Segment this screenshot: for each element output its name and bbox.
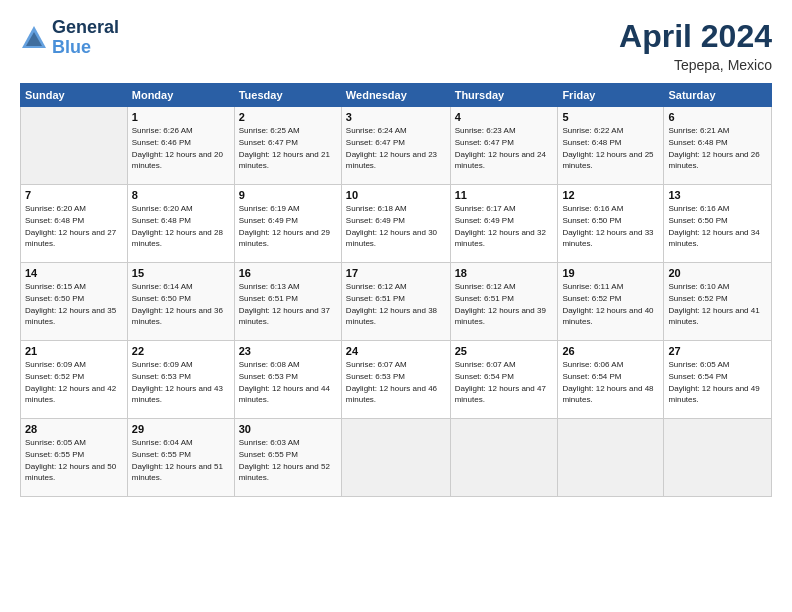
day-number: 10 [346,189,446,201]
logo-text: General Blue [52,18,119,58]
col-thursday: Thursday [450,84,558,107]
day-cell: 1 Sunrise: 6:26 AMSunset: 6:46 PMDayligh… [127,107,234,185]
week-row-5: 28 Sunrise: 6:05 AMSunset: 6:55 PMDaylig… [21,419,772,497]
col-sunday: Sunday [21,84,128,107]
day-cell: 12 Sunrise: 6:16 AMSunset: 6:50 PMDaylig… [558,185,664,263]
day-info: Sunrise: 6:13 AMSunset: 6:51 PMDaylight:… [239,282,330,326]
day-info: Sunrise: 6:12 AMSunset: 6:51 PMDaylight:… [455,282,546,326]
day-number: 26 [562,345,659,357]
day-info: Sunrise: 6:09 AMSunset: 6:52 PMDaylight:… [25,360,116,404]
day-number: 14 [25,267,123,279]
day-cell: 9 Sunrise: 6:19 AMSunset: 6:49 PMDayligh… [234,185,341,263]
day-cell: 8 Sunrise: 6:20 AMSunset: 6:48 PMDayligh… [127,185,234,263]
day-info: Sunrise: 6:23 AMSunset: 6:47 PMDaylight:… [455,126,546,170]
day-info: Sunrise: 6:12 AMSunset: 6:51 PMDaylight:… [346,282,437,326]
day-cell: 17 Sunrise: 6:12 AMSunset: 6:51 PMDaylig… [341,263,450,341]
day-info: Sunrise: 6:11 AMSunset: 6:52 PMDaylight:… [562,282,653,326]
day-number: 25 [455,345,554,357]
day-info: Sunrise: 6:20 AMSunset: 6:48 PMDaylight:… [132,204,223,248]
week-row-3: 14 Sunrise: 6:15 AMSunset: 6:50 PMDaylig… [21,263,772,341]
day-info: Sunrise: 6:26 AMSunset: 6:46 PMDaylight:… [132,126,223,170]
logo-blue: Blue [52,38,119,58]
day-number: 5 [562,111,659,123]
day-info: Sunrise: 6:06 AMSunset: 6:54 PMDaylight:… [562,360,653,404]
day-number: 9 [239,189,337,201]
day-number: 3 [346,111,446,123]
col-monday: Monday [127,84,234,107]
day-number: 20 [668,267,767,279]
header: General Blue April 2024 Tepepa, Mexico [20,18,772,73]
day-info: Sunrise: 6:18 AMSunset: 6:49 PMDaylight:… [346,204,437,248]
week-row-1: 1 Sunrise: 6:26 AMSunset: 6:46 PMDayligh… [21,107,772,185]
day-cell: 27 Sunrise: 6:05 AMSunset: 6:54 PMDaylig… [664,341,772,419]
day-number: 24 [346,345,446,357]
day-cell: 30 Sunrise: 6:03 AMSunset: 6:55 PMDaylig… [234,419,341,497]
day-cell: 11 Sunrise: 6:17 AMSunset: 6:49 PMDaylig… [450,185,558,263]
col-friday: Friday [558,84,664,107]
day-cell: 2 Sunrise: 6:25 AMSunset: 6:47 PMDayligh… [234,107,341,185]
day-info: Sunrise: 6:07 AMSunset: 6:54 PMDaylight:… [455,360,546,404]
day-cell [664,419,772,497]
day-info: Sunrise: 6:07 AMSunset: 6:53 PMDaylight:… [346,360,437,404]
day-number: 7 [25,189,123,201]
day-cell: 14 Sunrise: 6:15 AMSunset: 6:50 PMDaylig… [21,263,128,341]
day-number: 27 [668,345,767,357]
day-info: Sunrise: 6:22 AMSunset: 6:48 PMDaylight:… [562,126,653,170]
col-tuesday: Tuesday [234,84,341,107]
day-cell: 19 Sunrise: 6:11 AMSunset: 6:52 PMDaylig… [558,263,664,341]
day-cell [21,107,128,185]
day-number: 2 [239,111,337,123]
day-cell: 23 Sunrise: 6:08 AMSunset: 6:53 PMDaylig… [234,341,341,419]
day-number: 11 [455,189,554,201]
day-info: Sunrise: 6:09 AMSunset: 6:53 PMDaylight:… [132,360,223,404]
day-info: Sunrise: 6:20 AMSunset: 6:48 PMDaylight:… [25,204,116,248]
col-saturday: Saturday [664,84,772,107]
day-cell: 10 Sunrise: 6:18 AMSunset: 6:49 PMDaylig… [341,185,450,263]
day-cell [341,419,450,497]
day-cell: 13 Sunrise: 6:16 AMSunset: 6:50 PMDaylig… [664,185,772,263]
day-info: Sunrise: 6:05 AMSunset: 6:54 PMDaylight:… [668,360,759,404]
day-number: 28 [25,423,123,435]
day-cell: 18 Sunrise: 6:12 AMSunset: 6:51 PMDaylig… [450,263,558,341]
day-info: Sunrise: 6:03 AMSunset: 6:55 PMDaylight:… [239,438,330,482]
day-info: Sunrise: 6:14 AMSunset: 6:50 PMDaylight:… [132,282,223,326]
day-number: 17 [346,267,446,279]
day-number: 12 [562,189,659,201]
header-row: Sunday Monday Tuesday Wednesday Thursday… [21,84,772,107]
day-cell: 6 Sunrise: 6:21 AMSunset: 6:48 PMDayligh… [664,107,772,185]
logo-icon [20,24,48,52]
day-cell: 21 Sunrise: 6:09 AMSunset: 6:52 PMDaylig… [21,341,128,419]
day-number: 16 [239,267,337,279]
col-wednesday: Wednesday [341,84,450,107]
day-info: Sunrise: 6:24 AMSunset: 6:47 PMDaylight:… [346,126,437,170]
day-info: Sunrise: 6:15 AMSunset: 6:50 PMDaylight:… [25,282,116,326]
day-cell: 16 Sunrise: 6:13 AMSunset: 6:51 PMDaylig… [234,263,341,341]
day-cell: 28 Sunrise: 6:05 AMSunset: 6:55 PMDaylig… [21,419,128,497]
day-number: 18 [455,267,554,279]
day-cell: 20 Sunrise: 6:10 AMSunset: 6:52 PMDaylig… [664,263,772,341]
day-cell: 4 Sunrise: 6:23 AMSunset: 6:47 PMDayligh… [450,107,558,185]
location: Tepepa, Mexico [619,57,772,73]
day-cell: 24 Sunrise: 6:07 AMSunset: 6:53 PMDaylig… [341,341,450,419]
day-cell: 5 Sunrise: 6:22 AMSunset: 6:48 PMDayligh… [558,107,664,185]
day-info: Sunrise: 6:21 AMSunset: 6:48 PMDaylight:… [668,126,759,170]
day-number: 1 [132,111,230,123]
day-info: Sunrise: 6:08 AMSunset: 6:53 PMDaylight:… [239,360,330,404]
logo-general: General [52,18,119,38]
day-cell: 25 Sunrise: 6:07 AMSunset: 6:54 PMDaylig… [450,341,558,419]
day-cell [450,419,558,497]
day-info: Sunrise: 6:25 AMSunset: 6:47 PMDaylight:… [239,126,330,170]
logo: General Blue [20,18,119,58]
week-row-4: 21 Sunrise: 6:09 AMSunset: 6:52 PMDaylig… [21,341,772,419]
day-info: Sunrise: 6:04 AMSunset: 6:55 PMDaylight:… [132,438,223,482]
day-number: 23 [239,345,337,357]
day-info: Sunrise: 6:16 AMSunset: 6:50 PMDaylight:… [562,204,653,248]
day-info: Sunrise: 6:05 AMSunset: 6:55 PMDaylight:… [25,438,116,482]
day-info: Sunrise: 6:10 AMSunset: 6:52 PMDaylight:… [668,282,759,326]
day-number: 4 [455,111,554,123]
day-cell: 15 Sunrise: 6:14 AMSunset: 6:50 PMDaylig… [127,263,234,341]
day-number: 13 [668,189,767,201]
day-cell: 29 Sunrise: 6:04 AMSunset: 6:55 PMDaylig… [127,419,234,497]
week-row-2: 7 Sunrise: 6:20 AMSunset: 6:48 PMDayligh… [21,185,772,263]
day-number: 15 [132,267,230,279]
